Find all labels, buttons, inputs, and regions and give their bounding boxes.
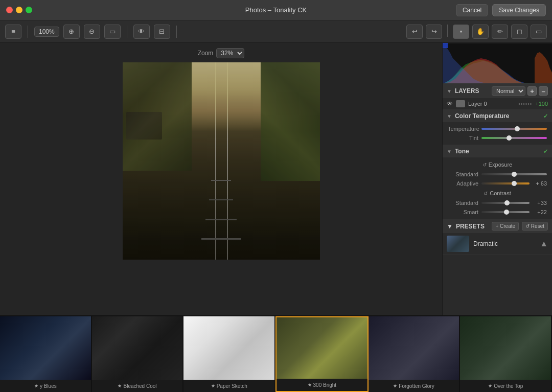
color-temp-chevron: ▼ xyxy=(447,113,452,119)
exposure-reset-icon[interactable]: ↺ xyxy=(482,162,487,168)
film-item-sketch[interactable]: ★ Paper Sketch xyxy=(183,316,275,392)
adaptive-value: + 63 xyxy=(533,180,547,187)
eraser-tool-button[interactable]: ◻ xyxy=(511,25,527,39)
exposure-row: ↺ Exposure xyxy=(443,159,552,170)
film-label-top: ★ Over the Top xyxy=(460,380,551,392)
contrast-smart-thumb[interactable] xyxy=(504,210,509,215)
presets-chevron[interactable]: ▼ xyxy=(447,223,453,230)
temperature-thumb[interactable] xyxy=(515,126,520,131)
histogram-tool-button[interactable]: ▪ xyxy=(453,25,469,39)
film-thumb-bleached xyxy=(92,316,183,380)
tone-header[interactable]: ▼ Tone ✓ xyxy=(443,145,552,157)
contrast-smart-label: Smart xyxy=(448,209,478,215)
zoom-in-button[interactable]: ⊕ xyxy=(63,25,80,39)
contrast-smart-value: +22 xyxy=(533,209,547,215)
film-item-glory[interactable]: ★ Forgotten Glory xyxy=(369,316,461,392)
tint-track[interactable] xyxy=(481,137,547,139)
eye-tool-button[interactable]: 👁 xyxy=(133,25,150,39)
temperature-track[interactable] xyxy=(481,128,547,130)
film-item-bright[interactable]: ★ 300 Bright xyxy=(275,316,369,392)
zoom-select[interactable]: 32% xyxy=(216,48,244,58)
film-item-top[interactable]: ★ Over the Top xyxy=(460,316,552,392)
preset-expand-icon[interactable]: ▲ xyxy=(540,239,548,248)
photo-background xyxy=(123,62,320,260)
histogram-svg xyxy=(443,43,552,84)
film-label-bleached: ★ Bleached Cool xyxy=(92,380,183,392)
film-star-icon: ★ xyxy=(211,383,215,388)
preset-dramatic-label: Dramatic xyxy=(473,240,536,247)
right-panel: ▼ LAYERS Normal + – 👁 Layer 0 •••••• +10… xyxy=(442,43,552,315)
zoom-bar: Zoom 32% xyxy=(5,48,437,58)
close-button[interactable] xyxy=(6,7,13,13)
film-name-top: Over the Top xyxy=(494,383,523,389)
hand-tool-button[interactable]: ✋ xyxy=(472,25,489,39)
split-view-button[interactable]: ⊟ xyxy=(154,25,170,39)
film-item-bleached[interactable]: ★ Bleached Cool xyxy=(92,316,184,392)
contrast-label: Contrast xyxy=(490,190,511,196)
color-temperature-section: ▼ Color Temperature ✓ Temperature Tint xyxy=(443,110,552,145)
color-temp-header[interactable]: ▼ Color Temperature ✓ xyxy=(443,110,552,122)
contrast-std-thumb[interactable] xyxy=(504,200,510,205)
film-name-sketch: Paper Sketch xyxy=(217,383,247,389)
layer-row: 👁 Layer 0 •••••• +100 xyxy=(443,98,552,109)
maximize-button[interactable] xyxy=(26,7,32,13)
tone-section: ▼ Tone ✓ ↺ Exposure Standard Adaptive xyxy=(443,145,552,219)
zoom-out-button[interactable]: ⊖ xyxy=(84,25,100,39)
filmstrip: ★ y Blues ★ Bleached Cool ★ Paper Sketch… xyxy=(0,315,552,392)
layers-remove-button[interactable]: – xyxy=(539,86,548,96)
fit-button[interactable]: ▭ xyxy=(104,25,121,39)
cancel-button[interactable]: Cancel xyxy=(456,4,488,16)
layers-title: LAYERS xyxy=(455,87,489,95)
presets-section: ▼ PRESETS + Create ↺ Reset Dramatic ▲ xyxy=(443,219,552,255)
presets-header: ▼ PRESETS + Create ↺ Reset xyxy=(443,219,552,233)
panel-toggle-button[interactable]: ≡ xyxy=(5,25,21,39)
title-bar: Photos – Tonality CK Cancel Save Changes xyxy=(0,0,552,20)
film-name-blues: y Blues xyxy=(40,383,57,389)
histogram-panel xyxy=(443,43,552,84)
right-tools: ↩ ↪ ▪ ✋ ✏ ◻ ▭ xyxy=(406,25,547,39)
contrast-std-row: Standard +33 xyxy=(443,198,552,207)
layer-visibility-icon[interactable]: 👁 xyxy=(447,100,453,107)
film-star-icon: ★ xyxy=(118,383,122,388)
preset-dramatic-item[interactable]: Dramatic ▲ xyxy=(443,233,552,255)
save-button[interactable]: Save Changes xyxy=(492,4,546,16)
film-thumb-bright xyxy=(277,317,367,379)
toolbar: ≡ 100% ⊕ ⊖ ▭ 👁 ⊟ ↩ ↪ ▪ ✋ ✏ ◻ ▭ xyxy=(0,20,552,43)
adaptive-thumb[interactable] xyxy=(512,181,517,186)
standard-exposure-track[interactable] xyxy=(481,173,547,175)
film-label-sketch: ★ Paper Sketch xyxy=(183,380,274,392)
standard-exposure-row: Standard xyxy=(443,170,552,179)
brush-tool-button[interactable]: ✏ xyxy=(492,25,508,39)
film-star-icon: ★ xyxy=(308,382,312,387)
tone-check-icon: ✓ xyxy=(543,148,548,155)
film-name-glory: Forgotten Glory xyxy=(399,383,434,389)
undo-button[interactable]: ↩ xyxy=(406,25,423,39)
film-item-blues[interactable]: ★ y Blues xyxy=(0,316,92,392)
contrast-reset-icon[interactable]: ↺ xyxy=(484,191,488,196)
layers-controls: Normal + – xyxy=(492,86,548,96)
temperature-slider-row: Temperature xyxy=(443,124,552,133)
film-star-icon: ★ xyxy=(34,383,38,388)
canvas-area: Zoom 32% xyxy=(0,43,442,315)
exposure-label: Exposure xyxy=(489,162,512,168)
preset-dramatic-thumb xyxy=(447,236,469,252)
preset-reset-button[interactable]: ↺ Reset xyxy=(522,222,548,230)
navigator-button[interactable]: ▭ xyxy=(531,25,547,39)
contrast-std-value: +33 xyxy=(533,200,547,206)
preset-create-button[interactable]: + Create xyxy=(492,222,519,230)
tint-thumb[interactable] xyxy=(507,135,512,141)
adaptive-track[interactable] xyxy=(481,182,530,185)
contrast-smart-track[interactable] xyxy=(481,211,530,213)
layers-add-button[interactable]: + xyxy=(527,86,537,96)
traffic-lights xyxy=(6,7,32,13)
redo-button[interactable]: ↪ xyxy=(426,25,442,39)
tone-overlay xyxy=(123,62,320,260)
minimize-button[interactable] xyxy=(16,7,22,13)
blend-mode-select[interactable]: Normal xyxy=(492,86,525,96)
standard-thumb[interactable] xyxy=(512,172,517,177)
contrast-smart-row: Smart +22 xyxy=(443,207,552,217)
tint-slider-row: Tint xyxy=(443,133,552,143)
layers-chevron[interactable]: ▼ xyxy=(447,88,452,94)
contrast-std-track[interactable] xyxy=(481,202,530,204)
title-actions: Cancel Save Changes xyxy=(456,4,546,16)
